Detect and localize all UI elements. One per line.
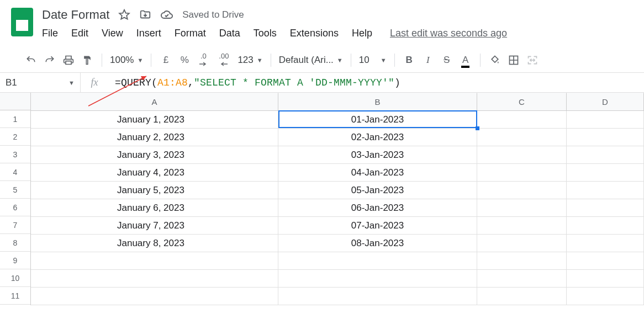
row-header[interactable]: 8 bbox=[0, 234, 30, 252]
strikethrough-button[interactable]: S bbox=[440, 52, 453, 68]
menu-edit[interactable]: Edit bbox=[71, 28, 88, 39]
cell[interactable] bbox=[477, 252, 567, 269]
cell[interactable] bbox=[477, 182, 567, 199]
menu-view[interactable]: View bbox=[102, 28, 123, 39]
menu-data[interactable]: Data bbox=[219, 28, 240, 39]
star-icon[interactable] bbox=[118, 9, 130, 21]
cell[interactable] bbox=[278, 288, 477, 305]
column-headers: A B C D bbox=[31, 93, 644, 111]
fx-icon: fx bbox=[81, 77, 108, 88]
cell[interactable] bbox=[477, 288, 567, 305]
row-header[interactable]: 5 bbox=[0, 181, 30, 199]
menu-help[interactable]: Help bbox=[352, 28, 372, 39]
more-formats-dropdown[interactable]: 123▼ bbox=[237, 55, 262, 66]
formula-bar[interactable]: =QUERY(A1:A8,"SELECT * FORMAT A 'DD-MMM-… bbox=[108, 77, 400, 88]
cell[interactable]: January 5, 2023 bbox=[31, 182, 278, 199]
decrease-decimal-button[interactable]: .0 bbox=[197, 52, 210, 68]
cell[interactable]: January 4, 2023 bbox=[31, 164, 278, 181]
redo-button[interactable] bbox=[43, 52, 56, 68]
font-dropdown[interactable]: Default (Ari...▼ bbox=[279, 55, 343, 66]
column-header[interactable]: B bbox=[278, 93, 477, 110]
zoom-dropdown[interactable]: 100%▼ bbox=[110, 55, 143, 66]
cell[interactable] bbox=[567, 199, 644, 216]
cell[interactable] bbox=[477, 111, 567, 128]
row-header[interactable]: 1 bbox=[0, 110, 30, 128]
cell[interactable]: January 2, 2023 bbox=[31, 129, 278, 146]
selection-handle[interactable] bbox=[476, 126, 479, 130]
row-header[interactable]: 10 bbox=[0, 269, 30, 287]
menu-extensions[interactable]: Extensions bbox=[290, 28, 339, 39]
row-header[interactable]: 7 bbox=[0, 216, 30, 234]
cell[interactable]: 01-Jan-2023 bbox=[278, 111, 477, 128]
cell[interactable] bbox=[567, 252, 644, 269]
cell[interactable]: January 8, 2023 bbox=[31, 235, 278, 252]
cell[interactable] bbox=[567, 235, 644, 252]
cell[interactable]: 05-Jan-2023 bbox=[278, 182, 477, 199]
cell[interactable]: 07-Jan-2023 bbox=[278, 217, 477, 234]
cell[interactable] bbox=[567, 217, 644, 234]
undo-button[interactable] bbox=[24, 52, 38, 68]
italic-button[interactable]: I bbox=[421, 52, 435, 68]
cell[interactable] bbox=[567, 288, 644, 305]
cell[interactable] bbox=[567, 182, 644, 199]
increase-decimal-button[interactable]: .00 bbox=[215, 52, 232, 68]
cell[interactable]: 08-Jan-2023 bbox=[278, 235, 477, 252]
sheets-logo[interactable] bbox=[6, 7, 39, 38]
row-header[interactable]: 6 bbox=[0, 199, 30, 216]
paint-format-button[interactable] bbox=[81, 52, 94, 68]
chevron-down-icon: ▼ bbox=[337, 57, 343, 63]
cell[interactable]: January 3, 2023 bbox=[31, 146, 278, 163]
cell[interactable] bbox=[477, 217, 567, 234]
cell[interactable]: 04-Jan-2023 bbox=[278, 164, 477, 181]
text-color-button[interactable]: A bbox=[459, 52, 472, 68]
cloud-saved-icon[interactable] bbox=[160, 8, 173, 22]
cell[interactable]: 03-Jan-2023 bbox=[278, 146, 477, 163]
row-header[interactable]: 4 bbox=[0, 163, 30, 181]
bold-button[interactable]: B bbox=[403, 52, 416, 68]
cell[interactable] bbox=[477, 129, 567, 146]
cell[interactable] bbox=[567, 164, 644, 181]
cell[interactable] bbox=[31, 252, 278, 269]
cell[interactable]: 06-Jan-2023 bbox=[278, 199, 477, 216]
cell[interactable]: January 6, 2023 bbox=[31, 199, 278, 216]
row-header[interactable]: 9 bbox=[0, 252, 30, 269]
cell[interactable] bbox=[31, 270, 278, 287]
column-header[interactable]: C bbox=[477, 93, 567, 110]
menu-format[interactable]: Format bbox=[175, 28, 206, 39]
menu-insert[interactable]: Insert bbox=[136, 28, 161, 39]
print-button[interactable] bbox=[62, 52, 75, 68]
cell[interactable] bbox=[477, 235, 567, 252]
column-header[interactable]: A bbox=[31, 93, 278, 110]
cell[interactable] bbox=[477, 270, 567, 287]
select-all-corner[interactable] bbox=[0, 93, 30, 110]
cell[interactable] bbox=[278, 270, 477, 287]
cell[interactable]: January 7, 2023 bbox=[31, 217, 278, 234]
cell[interactable] bbox=[477, 199, 567, 216]
move-icon[interactable] bbox=[139, 9, 151, 21]
cell[interactable] bbox=[278, 252, 477, 269]
name-box[interactable]: B1 ▼ bbox=[0, 73, 81, 92]
percent-button[interactable]: % bbox=[178, 52, 191, 68]
menu-tools[interactable]: Tools bbox=[254, 28, 277, 39]
menu-file[interactable]: File bbox=[42, 28, 58, 39]
cell[interactable] bbox=[567, 111, 644, 128]
cell[interactable] bbox=[567, 146, 644, 163]
currency-button[interactable]: £ bbox=[159, 52, 172, 68]
cell[interactable] bbox=[31, 288, 278, 305]
borders-button[interactable] bbox=[507, 52, 520, 68]
last-edit-link[interactable]: Last edit was seconds ago bbox=[390, 28, 507, 39]
row-header[interactable]: 3 bbox=[0, 146, 30, 163]
cell[interactable]: 02-Jan-2023 bbox=[278, 129, 477, 146]
merge-cells-button[interactable] bbox=[526, 52, 539, 68]
column-header[interactable]: D bbox=[567, 93, 644, 110]
cell[interactable] bbox=[477, 164, 567, 181]
fill-color-button[interactable] bbox=[488, 52, 502, 68]
row-header[interactable]: 11 bbox=[0, 287, 30, 305]
row-header[interactable]: 2 bbox=[0, 128, 30, 146]
cell[interactable] bbox=[567, 270, 644, 287]
cell[interactable]: January 1, 2023 bbox=[31, 111, 278, 128]
document-title[interactable]: Date Format bbox=[42, 8, 109, 22]
font-size-dropdown[interactable]: 10▼ bbox=[359, 55, 387, 66]
cell[interactable] bbox=[567, 129, 644, 146]
cell[interactable] bbox=[477, 146, 567, 163]
